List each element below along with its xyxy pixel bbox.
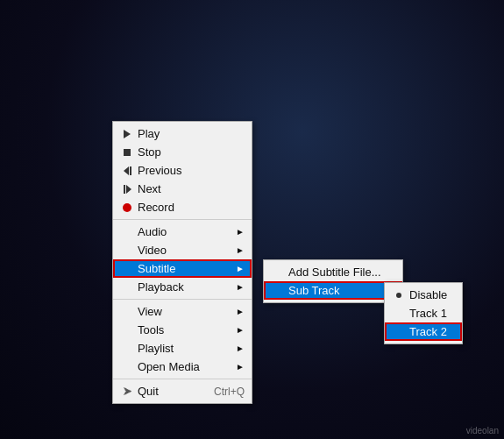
stop-icon — [120, 149, 134, 156]
audio-arrow: ► — [225, 227, 245, 237]
menu-item-view[interactable]: View ► — [113, 302, 252, 321]
disable-dot-icon — [392, 293, 406, 298]
subtitle-arrow: ► — [225, 264, 245, 273]
menu-item-addsubtitle[interactable]: Add Subtitle File... — [264, 263, 402, 281]
track1-label: Track 1 — [409, 307, 447, 320]
menu-item-track2[interactable]: Track 2 — [385, 322, 462, 341]
video-arrow: ► — [225, 245, 245, 255]
quit-shortcut: Ctrl+Q — [196, 386, 245, 398]
playback-label: Playback — [138, 280, 184, 294]
quit-icon: ⮞ — [120, 386, 134, 397]
previous-label: Previous — [138, 164, 182, 177]
menu-item-next[interactable]: Next — [113, 180, 252, 198]
tools-arrow: ► — [225, 325, 245, 335]
view-arrow: ► — [225, 307, 245, 316]
menu-item-track1[interactable]: Track 1 — [385, 304, 462, 322]
playlist-arrow: ► — [225, 343, 245, 353]
quit-label: Quit — [138, 385, 159, 398]
view-label: View — [138, 305, 162, 318]
tools-label: Tools — [138, 323, 164, 336]
menu-item-stop[interactable]: Stop — [113, 143, 252, 161]
openmedia-label: Open Media — [138, 360, 200, 373]
main-context-menu: Play Stop Previous Next Record Audio ► V… — [112, 121, 252, 404]
subtrack-label: Sub Track — [288, 284, 340, 297]
next-label: Next — [138, 182, 161, 195]
record-icon — [120, 203, 134, 212]
previous-icon — [120, 166, 134, 175]
menu-item-playlist[interactable]: Playlist ► — [113, 339, 252, 358]
addsubtitle-label: Add Subtitle File... — [288, 266, 381, 279]
playback-arrow: ► — [225, 282, 245, 292]
menu-item-tools[interactable]: Tools ► — [113, 321, 252, 339]
menu-item-audio[interactable]: Audio ► — [113, 223, 252, 241]
subtrack-submenu: Disable Track 1 Track 2 — [384, 282, 463, 344]
menu-item-openmedia[interactable]: Open Media ► — [113, 358, 252, 376]
audio-label: Audio — [138, 225, 167, 238]
next-icon — [120, 185, 134, 194]
play-label: Play — [138, 127, 160, 140]
menu-item-subtitle[interactable]: Subtitle ► — [113, 259, 252, 278]
menu-item-playback[interactable]: Playback ► — [113, 278, 252, 296]
menu-item-previous[interactable]: Previous — [113, 161, 252, 180]
stop-label: Stop — [138, 145, 161, 159]
play-icon — [120, 130, 134, 138]
menu-item-quit[interactable]: ⮞ Quit Ctrl+Q — [113, 382, 252, 400]
track2-label: Track 2 — [409, 325, 447, 338]
menu-item-record[interactable]: Record — [113, 198, 252, 216]
subtitle-submenu: Add Subtitle File... Sub Track ► — [263, 259, 403, 303]
watermark: videolan — [466, 426, 499, 435]
menu-item-disable[interactable]: Disable — [385, 286, 462, 304]
separator-1 — [113, 219, 252, 220]
video-label: Video — [138, 244, 167, 257]
menu-item-play[interactable]: Play — [113, 124, 252, 143]
separator-3 — [113, 379, 252, 379]
openmedia-arrow: ► — [225, 362, 245, 372]
disable-label: Disable — [409, 288, 447, 301]
menu-item-subtrack[interactable]: Sub Track ► — [264, 281, 402, 300]
separator-2 — [113, 299, 252, 300]
menu-item-video[interactable]: Video ► — [113, 241, 252, 259]
playlist-label: Playlist — [138, 342, 174, 355]
record-label: Record — [138, 201, 174, 214]
subtitle-label: Subtitle — [138, 262, 175, 275]
